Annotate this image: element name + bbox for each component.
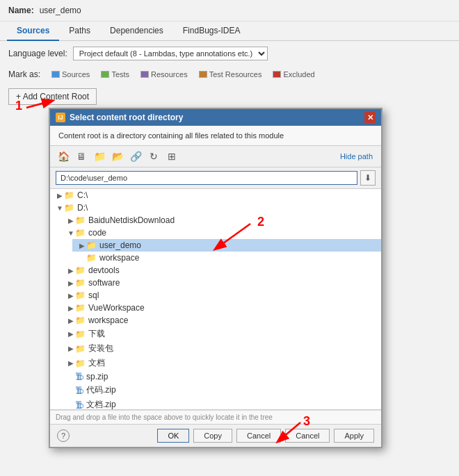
cancel2-button[interactable]: Cancel xyxy=(285,429,330,443)
folder-icon: 📁 xyxy=(64,203,74,213)
mark-as-row: Mark as: Sources Tests Resources Test Re… xyxy=(0,66,459,84)
tree-item-workspace-code[interactable]: 📁 workspace xyxy=(72,252,381,264)
tree-item-d[interactable]: ▼ 📁 D:\ xyxy=(50,202,381,214)
chevron-icon: ▶ xyxy=(78,242,86,249)
tree-item-label: 文档 xyxy=(88,357,105,369)
tree-item-label: devtools xyxy=(88,265,120,275)
tab-dependencies[interactable]: Dependencies xyxy=(100,22,173,41)
tree-item-installer[interactable]: ▶ 📁 安装包 xyxy=(61,341,381,356)
language-level-row: Language level: Project default (8 - Lam… xyxy=(0,41,459,66)
tree-item-label: software xyxy=(88,278,120,288)
add-content-root-button[interactable]: + Add Content Root xyxy=(8,88,97,105)
folder-icon: 📁 xyxy=(75,344,86,354)
path-download-button[interactable]: ⬇ xyxy=(360,170,376,186)
refresh-button[interactable]: ↻ xyxy=(146,149,161,164)
folder-icon: 📁 xyxy=(75,215,86,225)
chevron-icon: ▶ xyxy=(67,267,75,274)
tab-paths[interactable]: Paths xyxy=(59,22,100,41)
chevron-icon xyxy=(67,401,75,409)
dialog-description: Content root is a directory containing a… xyxy=(50,126,381,146)
tree-item-label: 代码.zip xyxy=(86,384,116,396)
chevron-icon: ▼ xyxy=(56,204,64,212)
dialog-app-icon: IJ xyxy=(56,113,65,122)
main-panel: Name: user_demo Sources Paths Dependenci… xyxy=(0,0,459,476)
mark-tests-btn[interactable]: Tests xyxy=(97,69,134,80)
tree-item-doczip[interactable]: 🗜 文档.zip xyxy=(61,397,381,410)
dialog-title-text: Select content root directory xyxy=(70,113,183,122)
folder-icon: 📁 xyxy=(86,253,97,263)
dialog-close-button[interactable]: ✕ xyxy=(364,112,376,123)
name-label: Name: xyxy=(8,6,34,15)
tree-item-documents[interactable]: ▶ 📁 文档 xyxy=(61,356,381,370)
tree-item-label: user_demo xyxy=(99,240,141,250)
chevron-icon: ▶ xyxy=(56,192,64,199)
mark-excluded-btn[interactable]: Excluded xyxy=(268,69,319,80)
tree-item-code[interactable]: ▼ 📁 code xyxy=(61,227,381,239)
cancel-button[interactable]: Cancel xyxy=(236,429,281,443)
tree-item-vueworkspace[interactable]: ▶ 📁 VueWorkspace xyxy=(61,302,381,314)
zip-icon: 🗜 xyxy=(75,386,83,395)
chevron-icon xyxy=(78,254,86,262)
tree-item-user-demo[interactable]: ▶ 📁 user_demo xyxy=(72,239,381,252)
tree-item-downloads[interactable]: ▶ 📁 下载 xyxy=(61,327,381,341)
mark-as-label: Mark as: xyxy=(8,69,40,79)
dialog-footer: ? OK Copy Cancel Cancel Apply xyxy=(50,424,381,447)
tree-item-workspace[interactable]: ▶ 📁 workspace xyxy=(61,314,381,327)
ok-button[interactable]: OK xyxy=(157,429,189,443)
tree-item-devtools[interactable]: ▶ 📁 devtools xyxy=(61,264,381,277)
dialog-title-left: IJ Select content root directory xyxy=(56,113,183,122)
copy-path-button[interactable]: ⊞ xyxy=(164,149,179,164)
name-value: user_demo xyxy=(40,6,81,15)
file-tree[interactable]: ▶ 📁 C:\ ▼ 📁 D:\ ▶ 📁 BaiduNetdiskDownload… xyxy=(50,189,381,410)
tree-item-codezip[interactable]: 🗜 代码.zip xyxy=(61,383,381,397)
tree-item-label: 文档.zip xyxy=(86,399,116,410)
mark-test-resources-btn[interactable]: Test Resources xyxy=(195,69,266,80)
path-input[interactable] xyxy=(56,171,357,185)
mark-resources-btn[interactable]: Resources xyxy=(136,69,192,80)
tab-findbugs[interactable]: FindBugs-IDEA xyxy=(173,22,250,41)
tabs-bar: Sources Paths Dependencies FindBugs-IDEA xyxy=(0,22,459,41)
mark-test-resources-label: Test Resources xyxy=(209,70,262,79)
language-level-select[interactable]: Project default (8 - Lambdas, type annot… xyxy=(73,47,268,60)
folder-icon: 📁 xyxy=(75,265,86,275)
mark-sources-btn[interactable]: Sources xyxy=(47,69,94,80)
tree-item-c[interactable]: ▶ 📁 C:\ xyxy=(50,189,381,202)
path-input-row: ⬇ xyxy=(50,167,381,189)
mark-tests-label: Tests xyxy=(111,70,129,79)
chevron-icon xyxy=(67,373,75,381)
folder-link-button[interactable]: 🔗 xyxy=(128,149,143,164)
mark-resources-label: Resources xyxy=(151,70,188,79)
dialog-toolbar: 🏠 🖥 📁 📂 🔗 ↻ ⊞ Hide path xyxy=(50,146,381,167)
chevron-icon: ▶ xyxy=(67,304,75,312)
tree-item-label: sp.zip xyxy=(86,372,108,381)
tree-item-label: 安装包 xyxy=(88,343,113,354)
folder-icon: 📁 xyxy=(75,329,86,339)
tree-item-baidu[interactable]: ▶ 📁 BaiduNetdiskDownload xyxy=(61,214,381,227)
tree-item-spzip[interactable]: 🗜 sp.zip xyxy=(61,370,381,383)
add-content-root-label: + Add Content Root xyxy=(16,92,89,101)
copy-button[interactable]: Copy xyxy=(193,429,232,443)
apply-button[interactable]: Apply xyxy=(334,429,374,443)
folder-icon: 📁 xyxy=(75,315,86,325)
tree-item-label: VueWorkspace xyxy=(88,303,145,313)
chevron-icon: ▶ xyxy=(67,317,75,325)
dialog-status: Drag and drop a file into the space abov… xyxy=(50,410,381,424)
new-folder-button[interactable]: 📂 xyxy=(110,149,125,164)
folder-icon: 📁 xyxy=(75,303,86,313)
tests-mark-icon xyxy=(101,71,109,78)
help-button[interactable]: ? xyxy=(57,429,70,442)
sources-mark-icon xyxy=(51,71,60,78)
folder-icon: 📁 xyxy=(75,290,86,300)
tree-item-label: BaiduNetdiskDownload xyxy=(88,215,175,225)
tree-item-label: D:\ xyxy=(77,203,88,213)
tree-item-label: workspace xyxy=(88,315,128,325)
folder-up-button[interactable]: 📁 xyxy=(92,149,107,164)
folder-icon: 📁 xyxy=(75,278,86,288)
language-level-label: Language level: xyxy=(8,49,67,58)
tree-item-sql[interactable]: ▶ 📁 sql xyxy=(61,289,381,302)
tab-sources[interactable]: Sources xyxy=(7,22,59,41)
hide-path-button[interactable]: Hide path xyxy=(337,151,376,162)
home-icon-button[interactable]: 🏠 xyxy=(56,149,71,164)
tree-item-software[interactable]: ▶ 📁 software xyxy=(61,277,381,289)
desktop-icon-button[interactable]: 🖥 xyxy=(74,149,89,164)
